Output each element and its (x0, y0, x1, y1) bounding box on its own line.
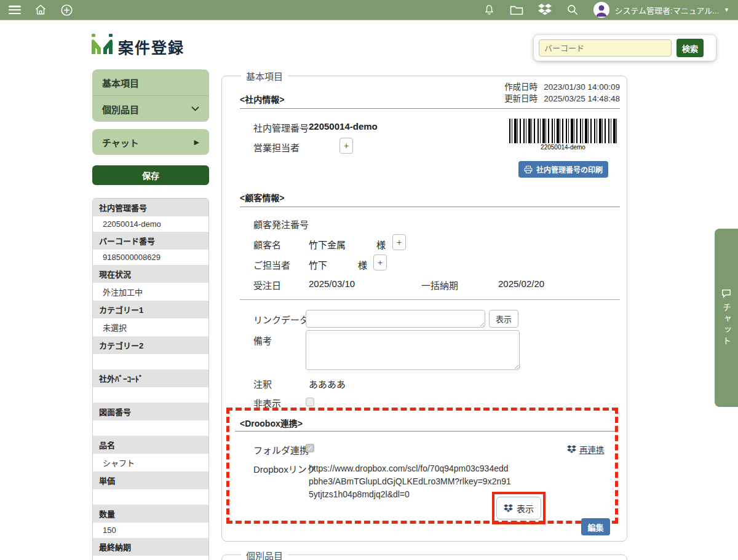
remarks-field-wrap (306, 330, 520, 370)
summary-label: 現在状況 (93, 265, 208, 283)
summary-label: バーコード番号 (93, 232, 208, 250)
order-date-label: 受注日 (253, 278, 281, 291)
relink-label: 再連携 (579, 443, 605, 455)
dropbox-link-label: Dropboxリンク (253, 462, 316, 475)
divider (235, 431, 615, 432)
summary-label: 図面番号 (93, 403, 208, 420)
notifications-icon[interactable] (483, 4, 495, 16)
due-date-value: 2025/02/20 (498, 278, 544, 289)
search-icon[interactable] (566, 4, 579, 16)
due-date-label: 一括納期 (421, 278, 458, 291)
print-control-number-button[interactable]: 社内管理番号の印刷 (518, 161, 608, 178)
chat-bubble-icon (721, 289, 731, 298)
relink-link[interactable]: 再連携 (567, 443, 605, 455)
dropbox-link-url: https://www.dropbox.com/scl/fo/70q94pm03… (309, 462, 512, 501)
summary-value: 外注加工中 (93, 283, 208, 301)
folder-icon[interactable] (510, 4, 523, 15)
summary-label: 社外ﾊﾞｰｺｰﾄﾞ (93, 369, 208, 387)
menu-icon[interactable] (9, 6, 21, 14)
add-icon[interactable] (60, 4, 73, 17)
remarks-input[interactable] (306, 330, 520, 370)
add-customer-button[interactable]: + (392, 234, 406, 250)
summary-value: 9185000008629 (93, 250, 208, 265)
control-number-label: 社内管理番号 (253, 121, 309, 134)
sidebar-item-label: 基本項目 (102, 76, 139, 89)
summary-label: 品名 (93, 436, 208, 454)
summary-value: 2025/03/23 (93, 556, 208, 560)
avatar (593, 2, 609, 18)
honorific-label: 様 (358, 258, 367, 271)
sidebar-item-basic[interactable]: 基本項目 (92, 69, 209, 95)
panel-legend: 基本項目 (241, 69, 288, 82)
link-data-input[interactable] (306, 310, 485, 328)
customer-name-value: 竹下金属 (309, 238, 346, 251)
user-label: システム管理者:マニュアル... (614, 4, 719, 16)
link-data-field-wrap (306, 310, 485, 328)
chevron-down-icon (191, 106, 199, 111)
remarks-label: 備考 (253, 334, 272, 347)
user-menu[interactable]: システム管理者:マニュアル... ▼ (593, 2, 729, 18)
caret-down-icon: ▼ (724, 7, 729, 13)
barcode-bars (509, 119, 617, 143)
contact-person-label: ご担当者 (253, 258, 290, 271)
summary-value (93, 354, 208, 369)
dropbox-show-label: 表示 (517, 502, 534, 515)
customer-order-no-label: 顧客発注番号 (253, 218, 309, 231)
summary-value (93, 489, 208, 505)
link-data-label: リンクデータ (253, 313, 309, 326)
summary-value: 150 (93, 523, 208, 538)
summary-value: シャフト (93, 454, 208, 471)
folder-link-label: フォルダ連携 (253, 443, 309, 456)
honorific-label: 様 (376, 238, 386, 251)
summary-label: 社内管理番号 (93, 199, 208, 216)
summary-label: 単価 (93, 471, 208, 489)
internal-info-heading: <社内情報> (240, 93, 284, 105)
page-title: 案件登録 (118, 36, 184, 58)
summary-label: カテゴリー1 (93, 301, 208, 318)
sidebar-item-items[interactable]: 個別品目 (92, 96, 209, 122)
dropbox-show-button[interactable]: 表示 (496, 497, 541, 519)
summary-label: カテゴリー2 (93, 336, 208, 354)
hidden-checkbox[interactable] (306, 398, 314, 406)
created-at-label: 作成日時 (504, 82, 538, 92)
chat-tab-label: チャット (720, 303, 732, 347)
divider (240, 299, 620, 300)
summary-label: 最終納期 (93, 538, 208, 556)
dropbox-icon[interactable] (538, 4, 552, 16)
app-window: システム管理者:マニュアル... ▼ 案件登録 検索 基本項目 個別品目 チャッ… (0, 0, 738, 560)
summary-value: 22050014-demo (93, 216, 208, 232)
search-button[interactable]: 検索 (676, 39, 704, 57)
edit-button[interactable]: 編集 (581, 518, 610, 535)
sidebar-item-label: チャット (102, 136, 139, 149)
customer-name-label: 顧客名 (253, 238, 281, 251)
save-button[interactable]: 保存 (92, 165, 209, 185)
control-number-value: 22050014-demo (309, 121, 378, 132)
home-icon[interactable] (34, 4, 47, 16)
created-at-value: 2023/01/30 14:00:09 (544, 82, 620, 92)
timestamps: 作成日時2023/01/30 14:00:09 更新日時2025/03/25 1… (430, 81, 620, 105)
barcode-image: 22050014-demo (509, 119, 617, 153)
sidebar-item-chat[interactable]: チャット ▶ (92, 129, 209, 155)
dropbox-show-highlight: 表示 (492, 492, 546, 524)
link-data-show-button[interactable]: 表示 (489, 310, 518, 328)
note-label: 注釈 (253, 377, 272, 390)
updated-at-value: 2025/03/25 14:48:48 (544, 94, 620, 103)
updated-at-label: 更新日時 (504, 94, 538, 103)
divider (240, 207, 620, 207)
divider (240, 108, 620, 109)
barcode-search-input[interactable] (539, 39, 672, 57)
folder-link-checkbox[interactable]: ✓ (306, 444, 314, 452)
dropbox-icon (567, 445, 576, 454)
contact-person-value: 竹下 (309, 258, 327, 271)
add-sales-rep-button[interactable]: + (339, 138, 353, 154)
summary-label: 数量 (93, 505, 208, 523)
add-contact-button[interactable]: + (373, 254, 387, 270)
summary-value: 未選択 (93, 318, 208, 336)
barcode-search-card: 検索 (534, 35, 716, 61)
chat-side-tab[interactable]: チャット (715, 229, 738, 407)
sidebar-item-label: 個別品目 (102, 103, 139, 116)
printer-icon (524, 165, 533, 173)
sales-rep-label: 営業担当者 (253, 141, 300, 154)
customer-info-heading: <顧客情報> (240, 191, 284, 203)
panel-legend: 個別品目 (241, 549, 288, 560)
